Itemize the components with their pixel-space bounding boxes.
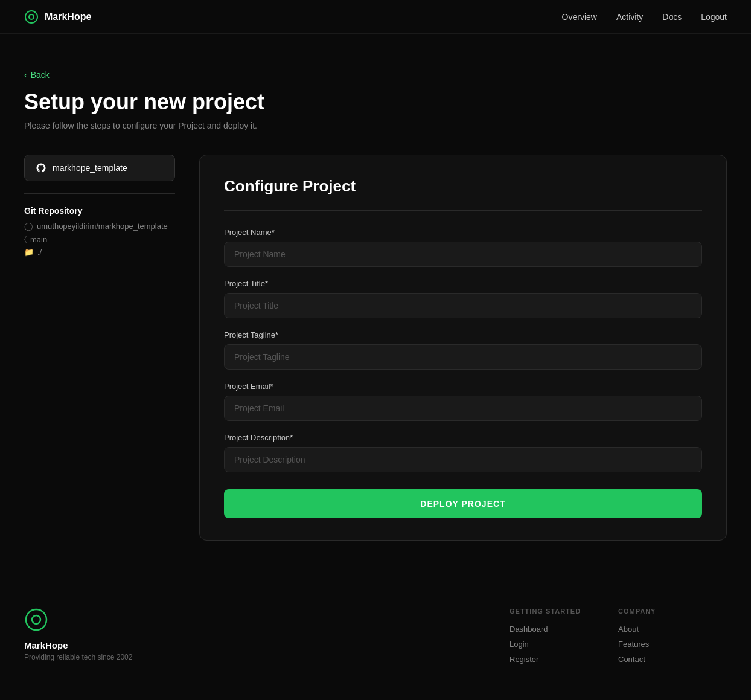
git-repo-label: Git Repository bbox=[24, 206, 175, 216]
nav-activity-link[interactable]: Activity bbox=[616, 12, 643, 22]
github-icon bbox=[36, 162, 46, 173]
footer-features-link[interactable]: Features bbox=[618, 640, 727, 649]
git-path: ./ bbox=[37, 248, 42, 257]
logo-icon bbox=[24, 10, 39, 24]
project-email-label: Project Email* bbox=[224, 382, 702, 391]
git-repo-icon: ◯ bbox=[24, 222, 33, 231]
logo-text: MarkHope bbox=[45, 11, 91, 22]
form-group-tagline: Project Tagline* bbox=[224, 330, 702, 370]
git-branch-row: 〈 main bbox=[24, 234, 175, 244]
project-description-input[interactable] bbox=[224, 447, 702, 472]
footer-dashboard-link[interactable]: Dashboard bbox=[510, 625, 618, 634]
main-content: markhope_template Git Repository ◯ umuth… bbox=[0, 155, 751, 577]
git-repo-url: umuthopeyildirim/markhope_template bbox=[37, 222, 168, 231]
project-name-input[interactable] bbox=[224, 242, 702, 267]
hero-section: ‹ Back Setup your new project Please fol… bbox=[0, 34, 751, 155]
git-branch-icon: 〈 bbox=[24, 234, 27, 244]
project-tagline-label: Project Tagline* bbox=[224, 330, 702, 339]
footer-brand-name: MarkHope bbox=[24, 640, 510, 650]
configure-divider bbox=[224, 210, 702, 211]
deploy-project-button[interactable]: DEPLOY PROJECT bbox=[224, 489, 702, 518]
project-description-label: Project Description* bbox=[224, 433, 702, 442]
footer-register-link[interactable]: Register bbox=[510, 655, 618, 664]
form-group-email: Project Email* bbox=[224, 382, 702, 421]
footer-about-link[interactable]: About bbox=[618, 625, 727, 634]
nav-links: Overview Activity Docs Logout bbox=[562, 12, 727, 22]
sidebar: markhope_template Git Repository ◯ umuth… bbox=[24, 155, 199, 260]
footer-brand: MarkHope Providing reliable tech since 2… bbox=[24, 608, 510, 670]
svg-point-3 bbox=[32, 615, 40, 624]
repo-button-label: markhope_template bbox=[53, 163, 127, 173]
logo[interactable]: MarkHope bbox=[24, 10, 91, 24]
svg-point-2 bbox=[26, 609, 46, 630]
footer-company: COMPANY About Features Contact bbox=[618, 608, 727, 670]
form-group-name: Project Name* bbox=[224, 228, 702, 267]
footer-login-link[interactable]: Login bbox=[510, 640, 618, 649]
sidebar-divider bbox=[24, 193, 175, 194]
project-name-label: Project Name* bbox=[224, 228, 702, 237]
svg-point-1 bbox=[29, 14, 34, 19]
repo-button[interactable]: markhope_template bbox=[24, 155, 175, 181]
project-tagline-input[interactable] bbox=[224, 344, 702, 370]
footer-getting-started: GETTING STARTED Dashboard Login Register bbox=[510, 608, 618, 670]
form-group-description: Project Description* bbox=[224, 433, 702, 472]
git-folder-icon: 📁 bbox=[24, 248, 34, 257]
project-email-input[interactable] bbox=[224, 396, 702, 421]
page-title: Setup your new project bbox=[24, 89, 727, 115]
footer-contact-link[interactable]: Contact bbox=[618, 655, 727, 664]
nav-overview-link[interactable]: Overview bbox=[562, 12, 597, 22]
footer-brand-tagline: Providing reliable tech since 2002 bbox=[24, 653, 510, 661]
footer-logo-icon bbox=[24, 608, 48, 632]
navbar: MarkHope Overview Activity Docs Logout bbox=[0, 0, 751, 34]
footer: MarkHope Providing reliable tech since 2… bbox=[0, 577, 751, 694]
footer-company-title: COMPANY bbox=[618, 608, 727, 615]
footer-getting-started-title: GETTING STARTED bbox=[510, 608, 618, 615]
configure-panel: Configure Project Project Name* Project … bbox=[199, 155, 727, 541]
project-title-label: Project Title* bbox=[224, 279, 702, 288]
git-branch: main bbox=[30, 235, 47, 244]
svg-point-0 bbox=[25, 11, 37, 23]
git-repo-url-row: ◯ umuthopeyildirim/markhope_template bbox=[24, 222, 175, 231]
back-label: Back bbox=[31, 70, 50, 80]
nav-logout-link[interactable]: Logout bbox=[701, 12, 727, 22]
form-group-title: Project Title* bbox=[224, 279, 702, 318]
back-link[interactable]: ‹ Back bbox=[24, 70, 727, 80]
page-subtitle: Please follow the steps to configure you… bbox=[24, 121, 727, 130]
configure-title: Configure Project bbox=[224, 177, 702, 196]
back-arrow-icon: ‹ bbox=[24, 70, 27, 80]
nav-docs-link[interactable]: Docs bbox=[662, 12, 682, 22]
git-path-row: 📁 ./ bbox=[24, 248, 175, 257]
project-title-input[interactable] bbox=[224, 293, 702, 318]
